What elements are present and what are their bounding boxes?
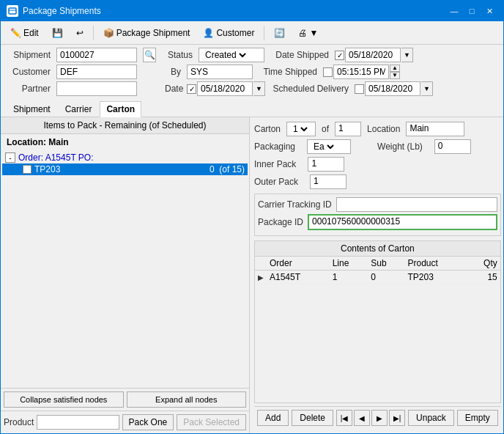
location-input-right[interactable] xyxy=(410,123,461,133)
package-id-input-wrapper xyxy=(308,214,497,230)
nav-next-button[interactable]: ▶ xyxy=(371,410,388,426)
time-shipped-label: Time Shipped xyxy=(259,67,317,77)
scheduled-delivery-checkbox[interactable] xyxy=(355,84,364,94)
by-label: By xyxy=(165,67,181,77)
col-sub-header: Sub xyxy=(368,257,404,271)
close-button[interactable]: ✕ xyxy=(481,4,497,18)
toolbar-separator-2 xyxy=(264,26,264,40)
weight-input[interactable] xyxy=(438,141,467,151)
expand-nodes-button[interactable]: Expand all nodes xyxy=(127,391,247,408)
inner-outer-row: Inner Pack xyxy=(254,157,501,172)
scheduled-delivery-wrapper: ▼ xyxy=(355,81,433,96)
date-shipped-input[interactable] xyxy=(349,50,397,60)
packaging-row: Packaging Ea Weight (Lb) xyxy=(254,139,501,154)
status-select[interactable]: Created xyxy=(202,49,248,61)
bottom-left-buttons: Collapse satisfied nodes Expand all node… xyxy=(1,388,249,411)
status-select-wrapper: Created xyxy=(199,48,264,62)
date-dropdown[interactable]: ▼ xyxy=(253,81,265,96)
print-button[interactable]: 🖨 ▼ xyxy=(293,24,323,42)
tab-shipment[interactable]: Shipment xyxy=(7,101,57,117)
tree-product-item[interactable]: TP203 0 (of 15) xyxy=(2,163,248,175)
tab-carrier[interactable]: Carrier xyxy=(59,101,99,117)
customer-row: Customer By Time Shipped ▲ ▼ xyxy=(7,65,497,79)
package-id-input[interactable] xyxy=(312,216,493,227)
nav-last-button[interactable]: ▶| xyxy=(389,410,405,426)
date-label: Date xyxy=(165,84,181,94)
time-spin-up[interactable]: ▲ xyxy=(390,65,400,72)
table-row[interactable]: ▶ A1545T 1 0 TP203 15 xyxy=(255,271,500,284)
customer-input[interactable] xyxy=(60,67,133,77)
outer-pack-input[interactable] xyxy=(314,176,343,186)
edit-button[interactable]: ✏️ Edit xyxy=(5,24,44,42)
tracking-section: Carrier Tracking ID Package ID xyxy=(254,194,501,236)
tree-order-item[interactable]: - Order: A1545T PO: xyxy=(2,152,248,163)
unpack-button[interactable]: Unpack xyxy=(408,410,454,426)
date-shipped-input-wrapper xyxy=(345,48,401,62)
nav-first-button[interactable]: |◀ xyxy=(336,410,352,426)
row-order: A1545T xyxy=(267,271,330,284)
tab-carton[interactable]: Carton xyxy=(100,101,141,117)
tabs-bar: Shipment Carrier Carton xyxy=(1,101,503,117)
time-spin-down[interactable]: ▼ xyxy=(390,72,400,79)
partner-row: Partner Date ▼ Scheduled Delivery ▼ xyxy=(7,81,497,96)
collapse-nodes-button[interactable]: Collapse satisfied nodes xyxy=(4,391,124,408)
shipment-input[interactable] xyxy=(60,50,133,60)
status-label: Status xyxy=(162,50,193,60)
time-shipped-input-wrapper xyxy=(333,65,389,79)
time-shipped-checkbox[interactable] xyxy=(323,67,333,77)
date-shipped-checkbox[interactable] xyxy=(335,51,344,60)
minimize-button[interactable]: — xyxy=(446,4,462,18)
packaging-select[interactable]: Ea xyxy=(311,141,336,152)
add-button[interactable]: Add xyxy=(257,410,289,426)
scheduled-delivery-dropdown[interactable]: ▼ xyxy=(421,81,433,96)
outer-pack-label: Outer Pack xyxy=(254,177,298,187)
undo-button[interactable]: ↩ xyxy=(71,24,89,42)
shipment-search-button[interactable]: 🔍 xyxy=(143,48,156,62)
time-shipped-input[interactable] xyxy=(337,67,385,77)
partner-input-wrapper xyxy=(56,81,137,96)
print-icon: 🖨 xyxy=(298,28,307,38)
fields-area: Shipment 🔍 Status Created Date Shipped ▼ xyxy=(1,45,503,101)
empty-button[interactable]: Empty xyxy=(457,410,498,426)
row-arrow: ▶ xyxy=(255,271,267,284)
save-button[interactable]: 💾 xyxy=(47,24,68,42)
delete-button[interactable]: Delete xyxy=(292,410,333,426)
carton-of-wrapper xyxy=(335,122,361,136)
date-shipped-wrapper: ▼ xyxy=(335,48,413,62)
date-input[interactable] xyxy=(201,84,249,94)
refresh-button[interactable]: 🔄 xyxy=(269,24,290,42)
package-shipment-button[interactable]: 📦 Package Shipment xyxy=(98,24,196,42)
tree-expander[interactable]: - xyxy=(5,152,15,163)
scheduled-delivery-input[interactable] xyxy=(368,84,417,94)
nav-prev-button[interactable]: ◀ xyxy=(354,410,370,426)
undo-icon: ↩ xyxy=(76,28,84,38)
location-input-wrapper-right xyxy=(406,122,464,136)
package-id-label: Package ID xyxy=(258,217,303,227)
carton-select[interactable]: 1 xyxy=(290,123,310,135)
scheduled-delivery-input-wrapper xyxy=(365,81,420,96)
col-product-header: Product xyxy=(405,257,467,271)
outer-pack-row: Outer Pack xyxy=(254,174,501,189)
customer-button[interactable]: 👤 Customer xyxy=(198,24,259,42)
row-line: 1 xyxy=(330,271,368,284)
customer-input-wrapper xyxy=(56,65,137,79)
tree-product-qty: 0 (of 15) xyxy=(204,164,245,174)
date-shipped-dropdown[interactable]: ▼ xyxy=(401,48,413,62)
pack-selected-button[interactable]: Pack Selected xyxy=(177,414,246,430)
by-input[interactable] xyxy=(190,67,249,77)
date-input-wrapper xyxy=(197,81,253,96)
date-checkbox[interactable] xyxy=(187,84,196,94)
carton-of-input[interactable] xyxy=(338,123,357,133)
pack-one-button[interactable]: Pack One xyxy=(122,414,174,430)
shipment-label: Shipment xyxy=(7,50,51,60)
partner-label: Partner xyxy=(7,84,51,94)
scheduled-delivery-label: Scheduled Delivery xyxy=(271,84,349,94)
partner-input[interactable] xyxy=(60,84,133,94)
svg-rect-0 xyxy=(9,8,16,14)
carrier-tracking-input[interactable] xyxy=(340,199,494,209)
product-input[interactable] xyxy=(40,416,115,427)
tree-area: - Order: A1545T PO: TP203 0 (of 15) xyxy=(1,150,249,388)
tree-product-label: TP203 xyxy=(34,164,204,174)
inner-pack-input[interactable] xyxy=(311,158,341,169)
maximize-button[interactable]: □ xyxy=(464,4,480,18)
